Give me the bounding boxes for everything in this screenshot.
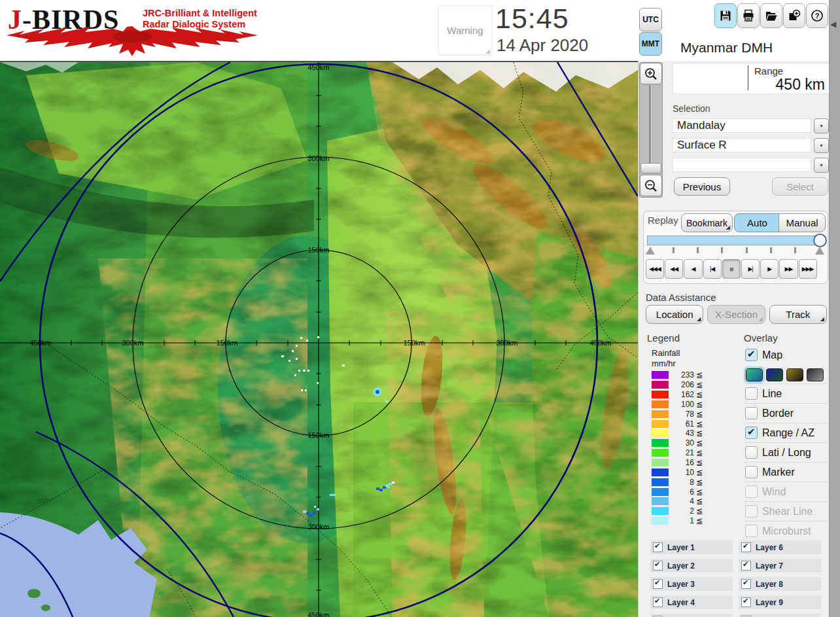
warning-box[interactable]: Warning ◢ <box>438 5 492 55</box>
site-dropdown[interactable]: Mandalay <box>673 118 811 133</box>
checkbox[interactable] <box>745 505 758 518</box>
checkbox[interactable] <box>741 579 751 589</box>
slider-start-marker[interactable] <box>646 247 655 255</box>
map-style-swatch[interactable] <box>766 368 783 381</box>
checkbox[interactable] <box>745 525 758 537</box>
product-dropdown[interactable]: Surface R <box>673 138 811 152</box>
playback-button[interactable]: ▶ <box>760 259 779 279</box>
checkbox[interactable] <box>745 466 758 478</box>
layer-row[interactable]: Layer 9 <box>739 595 821 609</box>
overlay-item[interactable]: Range / AZ <box>745 423 828 442</box>
checkbox[interactable] <box>653 597 663 607</box>
warning-label: Warning <box>447 25 483 36</box>
playback-button[interactable]: ▶| <box>741 259 760 279</box>
layer-row[interactable]: Layer 2 <box>650 559 733 573</box>
checkbox[interactable] <box>741 597 751 607</box>
overlay-item[interactable]: Border <box>745 403 828 423</box>
layer-row[interactable]: Layer 4 <box>650 595 733 609</box>
manual-mode-button[interactable]: Manual <box>779 213 826 232</box>
overlay-item[interactable]: Microburst <box>745 521 828 540</box>
layer-row[interactable]: Layer 1 <box>650 540 733 554</box>
lte-symbol: ≦ <box>696 468 703 477</box>
mmt-button[interactable]: MMT <box>639 32 662 56</box>
zoom-slider-handle[interactable] <box>640 163 661 173</box>
zoom-out-button[interactable] <box>640 175 662 196</box>
overlay-item[interactable]: Line <box>745 383 828 403</box>
lte-symbol: ≦ <box>696 370 703 379</box>
replay-slider-track[interactable] <box>647 236 825 245</box>
zoom-in-button[interactable] <box>640 63 662 84</box>
product-dropdown-button[interactable]: ▼ <box>814 138 829 153</box>
panel-collapse-strip[interactable] <box>829 0 840 617</box>
bookmark-button[interactable]: Bookmark◢ <box>681 213 733 232</box>
map-style-swatch[interactable] <box>786 368 803 381</box>
save-icon <box>719 9 732 22</box>
layer-row[interactable]: Layer 6 <box>739 540 821 554</box>
layer-column-left: Layer 1 Layer 2 Layer 3 Layer 4 Layer 5 <box>650 540 733 617</box>
slider-end-marker[interactable] <box>815 247 824 255</box>
layer-row[interactable]: Layer 5 <box>650 614 733 617</box>
overlay-item[interactable]: Lati / Long <box>745 442 828 462</box>
overlay-item[interactable]: Marker <box>745 462 828 482</box>
save-button[interactable] <box>714 3 737 28</box>
corner-mark-icon: ◢ <box>726 224 730 230</box>
layer-row[interactable]: Layer 8 <box>739 577 821 591</box>
checkbox[interactable] <box>653 579 663 589</box>
data-assistance-button[interactable]: Track◢ <box>769 305 827 324</box>
help-button[interactable]: ? <box>806 3 828 28</box>
legend-color-swatch <box>652 517 669 525</box>
checkbox[interactable] <box>653 542 663 552</box>
playback-button[interactable]: ◀◀◀ <box>646 259 664 279</box>
replay-slider-handle[interactable] <box>813 234 827 247</box>
select-button[interactable]: Select <box>772 177 828 196</box>
lte-symbol: ≦ <box>696 516 703 525</box>
lte-symbol: ≦ <box>696 448 703 457</box>
data-assistance-button[interactable]: Location◢ <box>646 305 703 324</box>
collapse-arrow-icon[interactable]: ◀ <box>830 20 836 29</box>
data-assistance-buttons: Location◢X-Section◢Track◢ <box>646 305 827 324</box>
map-style-swatch[interactable] <box>746 368 763 381</box>
lte-symbol: ≦ <box>696 478 703 487</box>
checkbox[interactable] <box>745 349 758 361</box>
playback-button[interactable]: |◀ <box>703 259 722 279</box>
checkbox[interactable] <box>745 485 758 498</box>
layer-row[interactable]: Layer 3 <box>650 577 733 591</box>
export-image-button[interactable] <box>783 3 805 28</box>
option-dropdown[interactable] <box>673 158 811 172</box>
playback-button[interactable]: ◀◀ <box>665 259 683 279</box>
site-dropdown-button[interactable]: ▼ <box>814 118 829 133</box>
open-file-button[interactable] <box>760 3 782 28</box>
legend-label: Legend <box>647 332 680 344</box>
print-button[interactable] <box>737 3 760 28</box>
checkbox[interactable] <box>653 561 663 571</box>
terrain-map-image <box>0 62 638 617</box>
zoom-slider-track[interactable] <box>649 85 652 164</box>
data-assistance-button[interactable]: X-Section◢ <box>707 305 765 324</box>
auto-mode-button[interactable]: Auto <box>734 213 780 232</box>
playback-button[interactable]: ▶▶▶ <box>799 259 817 279</box>
checkbox[interactable] <box>745 446 758 459</box>
legend-row: 206 ≦ <box>652 380 710 390</box>
playback-button[interactable]: ◀ <box>684 259 702 279</box>
checkbox[interactable] <box>745 387 758 400</box>
option-dropdown-button[interactable]: ▼ <box>814 158 829 173</box>
playback-button[interactable]: ▶▶ <box>779 259 797 279</box>
playback-button[interactable]: ■ <box>722 259 741 279</box>
legend-color-swatch <box>652 420 669 428</box>
overlay-item[interactable]: Shear Line <box>745 501 828 521</box>
ring-label: 150km <box>403 339 425 347</box>
checkbox[interactable] <box>745 407 758 419</box>
map-style-swatch[interactable] <box>807 368 824 381</box>
checkbox[interactable] <box>745 427 758 439</box>
radar-map[interactable]: 450km 300km 150km 150km 300km 450km 450k… <box>0 61 638 617</box>
layer-row[interactable]: Layer 10 <box>739 614 821 617</box>
overlay-item[interactable]: Wind <box>745 482 828 501</box>
layer-row[interactable]: Layer 7 <box>739 559 821 573</box>
previous-button[interactable]: Previous <box>674 177 730 196</box>
lte-symbol: ≦ <box>696 487 703 497</box>
checkbox[interactable] <box>741 542 751 552</box>
utc-button[interactable]: UTC <box>639 8 662 31</box>
playback-controls: ◀◀◀◀◀◀|◀■▶|▶▶▶▶▶▶ <box>646 259 824 279</box>
checkbox[interactable] <box>741 561 751 571</box>
overlay-item[interactable]: Map <box>745 345 828 364</box>
